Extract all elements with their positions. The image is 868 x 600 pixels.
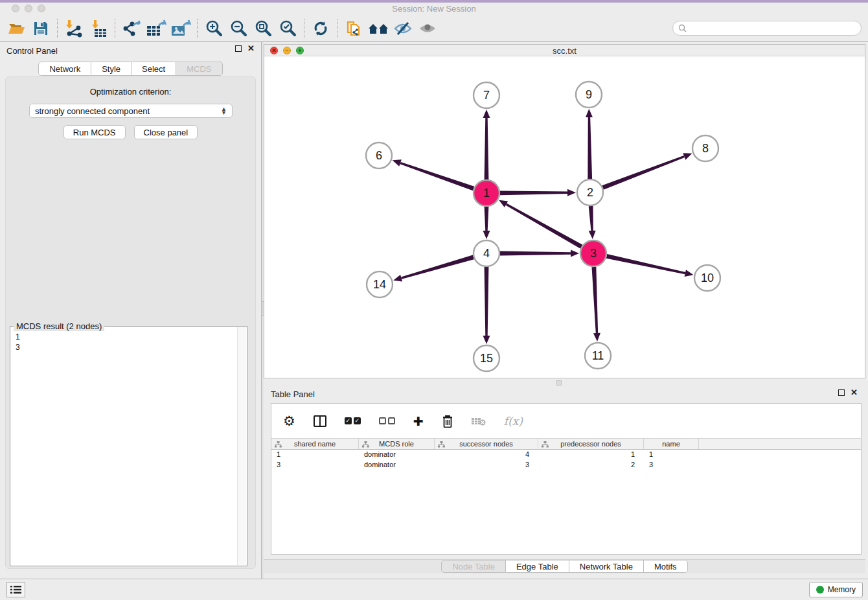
import-network-button[interactable] [62,17,86,40]
graph-edge-2-3[interactable] [589,206,593,231]
graph-edge-arrowhead [393,159,402,166]
zoom-out-button[interactable] [226,17,251,40]
criterion-dropdown[interactable]: strongly connected component ▲▼ [29,104,233,118]
save-session-button[interactable] [29,17,53,40]
tab-style[interactable]: Style [91,62,131,76]
open-file-button[interactable] [4,17,29,40]
hide-graphics-details-button[interactable] [391,17,415,40]
network-column-icon [362,441,369,448]
deselect-all-columns-button[interactable] [379,417,395,424]
graph-edge-4-3[interactable] [500,251,571,256]
show-graphics-details-button[interactable] [415,17,440,40]
table-cell[interactable]: 3 [271,460,359,470]
graph-node-label: 1 [483,187,490,200]
tab-edge-table[interactable]: Edge Table [506,560,569,573]
graph-edge-3-1[interactable] [506,203,583,249]
table-cell[interactable]: 2 [538,460,644,470]
search-field[interactable] [672,21,862,36]
float-panel-icon[interactable] [235,45,242,52]
toggle-column-layout-button[interactable] [314,415,326,427]
zoom-out-icon [229,19,247,38]
export-image-button[interactable] [168,17,193,40]
column-header-label: shared name [294,440,336,448]
zoom-in-button[interactable] [201,17,226,40]
graph-edge-arrowhead [571,250,579,257]
select-all-columns-button[interactable]: ✓ ✓ [345,417,361,424]
table-cell[interactable]: 4 [435,450,538,460]
column-header-name[interactable]: name [644,439,699,449]
graph-edge-arrowhead [593,333,600,341]
graph-edge-2-8[interactable] [602,156,685,190]
export-table-button[interactable] [144,17,168,40]
graph-edge-3-11[interactable] [592,267,599,333]
table-cell[interactable]: dominator [359,450,435,460]
graph-edge-3-10[interactable] [606,254,685,274]
table-cell[interactable]: 3 [435,460,538,470]
node-table-container: ⚙ ✓ ✓ ✚ [271,403,862,555]
list-icon [10,585,21,594]
mcds-result-item[interactable]: 1 [16,332,236,342]
houses-icon [367,21,389,36]
table-row[interactable]: 1dominator411 [271,450,861,460]
tab-network[interactable]: Network [38,62,91,76]
import-network-icon [64,19,84,38]
graph-edge-4-14[interactable] [401,255,474,279]
network-window-titlebar[interactable]: ✕ − + scc.txt [264,45,865,56]
task-history-button[interactable] [6,582,25,597]
horizontal-splitter[interactable] [264,378,865,387]
home-button[interactable] [366,17,391,40]
application-window: Session: New Session [0,0,868,600]
graph-edge-arrowhead [685,270,694,277]
close-panel-button[interactable]: Close panel [134,125,198,139]
add-column-button[interactable]: ✚ [413,414,424,428]
close-panel-icon[interactable]: ✕ [247,45,255,52]
graph-edge-4-15[interactable] [485,267,489,336]
tab-node-table[interactable]: Node Table [441,560,506,573]
column-header-shared-name[interactable]: shared name [271,439,359,449]
refresh-layout-button[interactable] [308,17,333,40]
zoom-fit-button[interactable] [251,17,275,40]
graph-edge-1-4[interactable] [485,207,489,231]
column-header-MCDS-role[interactable]: MCDS role [359,439,435,449]
delete-table-button[interactable] [472,417,486,426]
search-icon [678,24,687,32]
float-table-panel-icon[interactable] [838,389,845,396]
close-table-panel-icon[interactable]: ✕ [851,389,858,396]
delete-column-button[interactable] [442,415,453,428]
column-header-predecessor-nodes[interactable]: predecessor nodes [538,439,644,449]
table-cell[interactable]: 1 [538,450,644,460]
zoom-selected-button[interactable] [275,17,300,40]
tab-network-table[interactable]: Network Table [569,560,644,573]
splitter-grip[interactable] [556,380,562,386]
result-list-scrollbar[interactable] [237,327,246,565]
memory-button[interactable]: Memory [809,582,863,597]
export-table-icon [146,19,166,38]
tab-motifs[interactable]: Motifs [644,560,688,573]
table-cell[interactable]: dominator [359,460,435,470]
tab-select[interactable]: Select [131,62,176,76]
mcds-result-item[interactable]: 3 [16,342,236,352]
network-graph: 7968124314101511 [264,56,865,378]
import-table-button[interactable] [86,17,111,40]
table-cell[interactable]: 1 [644,450,699,460]
table-row[interactable]: 3dominator323 [271,460,861,470]
new-network-from-selection-button[interactable] [341,17,366,40]
table-cell[interactable]: 1 [271,450,359,460]
graph-edge-1-2[interactable] [500,190,567,195]
table-cell[interactable]: 3 [644,460,699,470]
table-settings-button[interactable]: ⚙ [283,413,295,429]
network-canvas[interactable]: 7968124314101511 [264,56,865,378]
graph-node-label: 10 [701,271,714,284]
graph-edge-2-9[interactable] [588,117,592,179]
column-header-successor-nodes[interactable]: successor nodes [435,439,538,449]
run-mcds-button[interactable]: Run MCDS [63,125,126,139]
graph-edge-1-7[interactable] [485,118,489,179]
tab-mcds[interactable]: MCDS [176,62,222,76]
titlebar: Session: New Session [0,3,868,15]
export-network-button[interactable] [119,17,144,40]
graph-edge-1-6[interactable] [400,162,474,190]
search-input[interactable] [689,24,861,33]
save-icon [33,21,49,36]
function-builder-button[interactable]: f(x) [504,415,523,428]
graph-edge-arrowhead [683,153,692,159]
